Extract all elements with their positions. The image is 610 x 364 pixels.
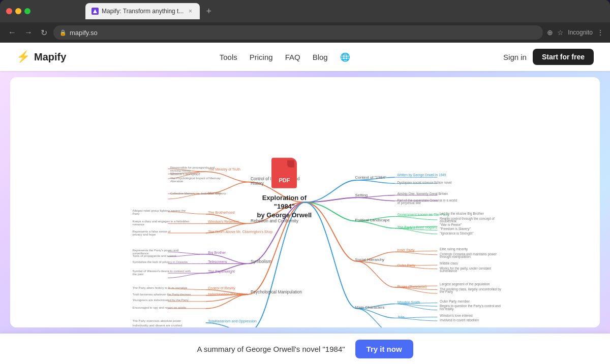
incognito-label: Incognito — [568, 29, 593, 36]
nav-links: Tools Pricing FAQ Blog 🌐 — [220, 52, 350, 62]
globe-icon[interactable]: 🌐 — [340, 52, 350, 62]
svg-text:of perpetual war: of perpetual war — [397, 201, 421, 205]
tab-bar: Mapify: Transform anything t... × + — [45, 3, 256, 19]
url-text: mapify.so — [70, 29, 98, 37]
svg-text:Airstrip One, formerly Great B: Airstrip One, formerly Great Britain — [397, 192, 448, 196]
svg-text:Alteration: Alteration — [170, 180, 183, 183]
svg-text:Social Hierarchy: Social Hierarchy — [355, 257, 385, 262]
svg-text:Telescreens: Telescreens — [208, 260, 227, 263]
svg-text:privacy and hope: privacy and hope — [132, 233, 156, 236]
svg-text:Setting: Setting — [355, 193, 368, 197]
svg-text:Party: Party — [132, 212, 139, 215]
back-button[interactable]: ← — [6, 26, 18, 39]
signin-button[interactable]: Sign in — [503, 53, 527, 61]
svg-text:through manipulation: through manipulation — [440, 255, 471, 259]
new-tab-button[interactable]: + — [202, 6, 216, 17]
svg-text:Collective Memory vs. Individu: Collective Memory vs. Individual Memory — [170, 192, 226, 195]
svg-text:Elite ruling minority: Elite ruling minority — [440, 247, 468, 251]
svg-text:Dystopian social science ficti: Dystopian social science fiction novel — [397, 181, 452, 185]
lock-icon: 🔒 — [59, 29, 67, 36]
svg-text:The Room Above Mr. Charrington: The Room Above Mr. Charrington's Shop — [208, 230, 272, 234]
svg-text:"Ignorance is Strength": "Ignorance is Strength" — [440, 231, 474, 236]
svg-marker-0 — [93, 9, 97, 13]
browser-actions: ⊕ ☆ Incognito ⋮ — [547, 28, 604, 37]
svg-text:The Party's three slogans: The Party's three slogans — [397, 225, 437, 229]
svg-text:revising history: revising history — [170, 169, 191, 172]
logo[interactable]: ⚡ Mapify — [16, 50, 66, 63]
start-free-button[interactable]: Start for free — [533, 49, 594, 65]
mindmap-area: Control of Information and History The M… — [10, 77, 600, 327]
svg-text:Political Landscape: Political Landscape — [355, 218, 390, 222]
pdf-label: PDF — [271, 177, 297, 183]
forward-button[interactable]: → — [22, 26, 35, 39]
svg-text:Encouraged to spy and report o: Encouraged to spy and report on adults — [132, 306, 186, 309]
svg-text:"War is Peace": "War is Peace" — [440, 223, 462, 226]
svg-text:Youngsters are indoctrinated b: Youngsters are indoctrinated by the Part… — [132, 299, 188, 302]
svg-text:The Party alters history to fi: The Party alters history to fit its narr… — [132, 286, 188, 289]
bottom-description: A summary of George Orwell's novel "1984… — [197, 345, 345, 353]
svg-text:Totalitarianism and Oppression: Totalitarianism and Oppression — [208, 319, 257, 323]
svg-text:Alleged rebel group fighting a: Alleged rebel group fighting against the — [132, 209, 186, 212]
svg-text:Main Characters: Main Characters — [355, 305, 385, 310]
svg-text:Winston's love interest: Winston's love interest — [440, 314, 473, 317]
svg-text:Largest segment of the populat: Largest segment of the population — [440, 282, 490, 286]
nav-faq[interactable]: FAQ — [285, 53, 300, 61]
svg-text:Context of "1984": Context of "1984" — [355, 175, 387, 180]
svg-text:Outer Party member: Outer Party member — [440, 300, 470, 304]
svg-text:the past: the past — [132, 273, 143, 276]
svg-text:Themes: Themes — [251, 327, 266, 327]
svg-text:Middle class: Middle class — [440, 261, 459, 265]
address-bar: ← → ↻ 🔒 mapify.so ⊕ ☆ Incognito ⋮ — [0, 22, 610, 43]
nav-tools[interactable]: Tools — [220, 53, 237, 61]
nav-actions: Sign in Start for free — [503, 49, 594, 65]
svg-text:Winston's workplace: Winston's workplace — [170, 172, 200, 176]
svg-text:The Brotherhood: The Brotherhood — [208, 211, 234, 214]
url-bar[interactable]: 🔒 mapify.so — [53, 25, 543, 40]
website: ⚡ Mapify Tools Pricing FAQ Blog 🌐 Sign i… — [0, 43, 610, 364]
svg-text:Indoctrination of Children: Indoctrination of Children — [208, 292, 248, 296]
bookmark-icon[interactable]: ☆ — [557, 28, 564, 37]
svg-text:"Freedom is Slavery": "Freedom is Slavery" — [440, 227, 471, 231]
active-tab[interactable]: Mapify: Transform anything t... × — [85, 3, 200, 19]
svg-text:Psychological Manipulation: Psychological Manipulation — [251, 289, 302, 294]
logo-text: Mapify — [34, 51, 66, 63]
svg-text:Outer Party: Outer Party — [397, 263, 415, 268]
logo-icon: ⚡ — [16, 50, 30, 63]
nav-blog[interactable]: Blog — [313, 53, 328, 61]
svg-text:The Paperweight: The Paperweight — [208, 270, 235, 274]
svg-text:Inner Party: Inner Party — [397, 248, 415, 252]
navigation: ⚡ Mapify Tools Pricing FAQ Blog 🌐 Sign i… — [0, 43, 610, 71]
tab-title: Mapify: Transform anything t... — [102, 8, 184, 15]
pdf-fold — [287, 160, 294, 168]
svg-text:Control of Reality: Control of Reality — [208, 286, 235, 290]
svg-text:his reality: his reality — [440, 307, 454, 311]
svg-text:Tools of propaganda and contro: Tools of propaganda and control — [132, 254, 176, 257]
pdf-body: PDF — [271, 158, 297, 188]
nav-pricing[interactable]: Pricing — [250, 53, 273, 61]
minimize-button[interactable] — [15, 8, 21, 14]
center-title: Exploration of"1984"by George Orwell — [256, 194, 312, 220]
tab-close-icon[interactable]: × — [187, 8, 194, 15]
pdf-icon: PDF — [269, 155, 299, 191]
maximize-button[interactable] — [24, 8, 30, 14]
tab-favicon — [92, 8, 99, 15]
svg-text:Julia: Julia — [397, 315, 404, 319]
svg-text:Individuality and dissent are : Individuality and dissent are crushed — [132, 324, 182, 327]
svg-text:Written by George Orwell in 19: Written by George Orwell in 1949 — [397, 173, 446, 177]
main-content: Control of Information and History The M… — [0, 71, 610, 364]
svg-text:Winston's Rebellion: Winston's Rebellion — [208, 220, 239, 223]
svg-text:the Party: the Party — [440, 290, 453, 294]
svg-text:romance: romance — [132, 223, 144, 226]
extensions-icon[interactable]: ⊕ — [547, 28, 553, 37]
menu-icon[interactable]: ⋮ — [597, 28, 604, 37]
svg-text:Symbolism: Symbolism — [251, 259, 271, 264]
svg-text:The Party exercises absolute p: The Party exercises absolute power — [132, 319, 181, 322]
traffic-lights — [6, 8, 30, 14]
close-button[interactable] — [6, 8, 12, 14]
try-it-now-button[interactable]: Try it now — [355, 340, 413, 358]
refresh-button[interactable]: ↻ — [39, 26, 49, 40]
svg-text:Responsible for propaganda and: Responsible for propaganda and — [170, 166, 215, 169]
browser-window: Mapify: Transform anything t... × + ← → … — [0, 0, 610, 43]
svg-text:Proles (Proletariat): Proles (Proletariat) — [397, 285, 426, 289]
svg-text:Winston Smith: Winston Smith — [397, 301, 420, 304]
